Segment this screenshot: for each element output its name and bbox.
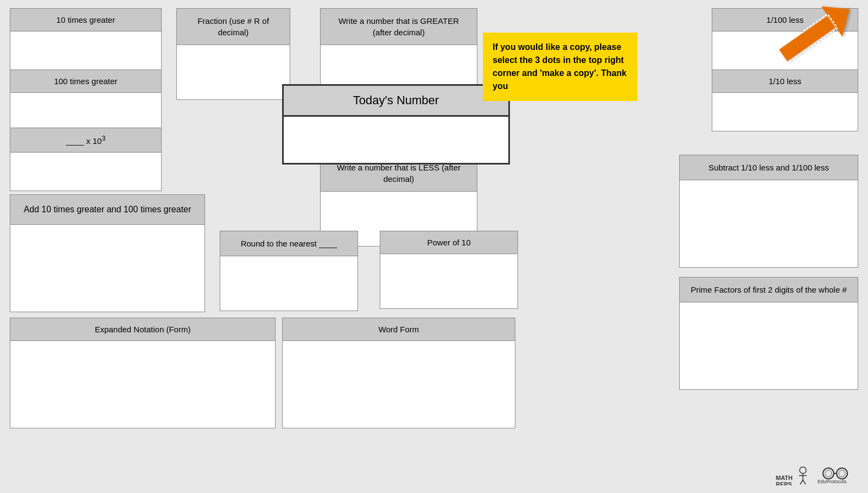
card-power-body[interactable] bbox=[10, 153, 161, 191]
svg-rect-0 bbox=[778, 15, 836, 62]
card-power10-header: Power of 10 bbox=[380, 231, 518, 254]
yellow-tooltip: If you would like a copy, please select … bbox=[483, 33, 637, 101]
eduprotocols-logo: EduProtocols bbox=[818, 464, 858, 488]
card-primefactors-body[interactable] bbox=[680, 302, 858, 389]
card-power-of-10: Power of 10 bbox=[380, 231, 518, 309]
card-add-body[interactable] bbox=[10, 225, 205, 312]
svg-point-15 bbox=[839, 470, 845, 477]
svg-text:EduProtocols: EduProtocols bbox=[818, 479, 847, 484]
card-round-nearest: Round to the nearest ____ bbox=[220, 231, 358, 311]
card-add-header: Add 10 times greater and 100 times great… bbox=[10, 195, 205, 225]
superscript-3: 3 bbox=[101, 135, 105, 142]
tooltip-text: If you would like a copy, please select … bbox=[493, 42, 627, 91]
svg-text:REPS: REPS bbox=[776, 481, 792, 485]
svg-point-11 bbox=[823, 468, 834, 479]
card-round-body[interactable] bbox=[220, 256, 358, 311]
card-10x-header: 10 times greater bbox=[10, 9, 161, 31]
main-container: 10 times greater 100 times greater ____ … bbox=[0, 0, 868, 493]
orange-arrow-icon bbox=[760, 3, 857, 68]
mathreps-logo: MATH REPS bbox=[773, 464, 811, 488]
card-1-10-less: 1/10 less bbox=[712, 69, 858, 131]
card-power10-body[interactable] bbox=[380, 254, 518, 308]
card-wordform-header: Word Form bbox=[283, 318, 515, 341]
card-power-notation: ____ x 103 bbox=[10, 128, 162, 191]
card-primefactors-header: Prime Factors of first 2 digits of the w… bbox=[680, 277, 858, 302]
card-fraction: Fraction (use # R of decimal) bbox=[176, 8, 290, 100]
mathreps-icon: MATH REPS bbox=[773, 464, 811, 485]
card-110less-body[interactable] bbox=[712, 93, 858, 131]
card-expanded-notation: Expanded Notation (Form) bbox=[10, 318, 276, 428]
footer-logos: MATH REPS EduProtocols bbox=[773, 464, 858, 488]
card-110less-header: 1/10 less bbox=[712, 70, 858, 93]
card-greater-header: Write a number that is GREATER (after de… bbox=[321, 9, 477, 45]
card-subtract-header: Subtract 1/10 less and 1/100 less bbox=[680, 155, 858, 180]
card-word-form: Word Form bbox=[282, 318, 515, 428]
card-100x-body[interactable] bbox=[10, 93, 161, 131]
svg-point-6 bbox=[800, 467, 806, 473]
card-wordform-body[interactable] bbox=[283, 341, 515, 428]
card-expanded-header: Expanded Notation (Form) bbox=[10, 318, 275, 341]
arrow-container bbox=[760, 3, 857, 68]
card-100-times-greater: 100 times greater bbox=[10, 69, 162, 131]
svg-line-9 bbox=[800, 480, 803, 484]
power-label: ____ x 103 bbox=[66, 136, 106, 146]
todays-number-body[interactable] bbox=[284, 117, 508, 163]
card-power-header: ____ x 103 bbox=[10, 128, 161, 153]
card-fraction-body[interactable] bbox=[177, 45, 290, 99]
svg-point-12 bbox=[837, 468, 847, 479]
card-todays-number: Today's Number bbox=[282, 84, 510, 165]
card-round-header: Round to the nearest ____ bbox=[220, 231, 358, 256]
card-fraction-header: Fraction (use # R of decimal) bbox=[177, 9, 290, 45]
edu-icon: EduProtocols bbox=[818, 464, 858, 485]
card-add-times: Add 10 times greater and 100 times great… bbox=[10, 194, 205, 312]
todays-number-header: Today's Number bbox=[284, 86, 508, 117]
svg-line-10 bbox=[803, 480, 806, 484]
card-10x-body[interactable] bbox=[10, 31, 161, 69]
card-prime-factors: Prime Factors of first 2 digits of the w… bbox=[679, 277, 858, 390]
svg-point-14 bbox=[825, 470, 832, 477]
card-subtract-body[interactable] bbox=[680, 180, 858, 267]
card-100x-header: 100 times greater bbox=[10, 70, 161, 93]
card-10-times-greater: 10 times greater bbox=[10, 8, 162, 70]
card-expanded-body[interactable] bbox=[10, 341, 275, 428]
card-subtract: Subtract 1/10 less and 1/100 less bbox=[679, 155, 858, 268]
svg-text:MATH: MATH bbox=[776, 475, 793, 481]
